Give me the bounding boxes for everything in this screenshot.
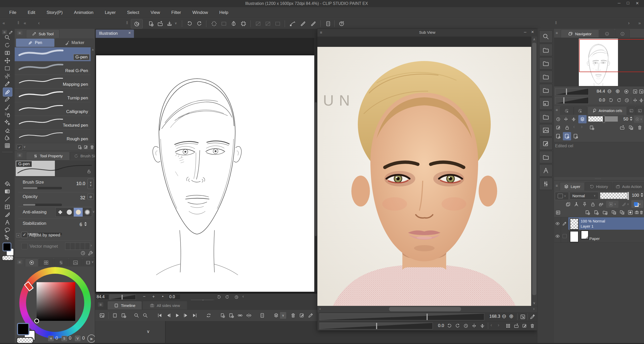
tool-blend[interactable] bbox=[4, 134, 11, 141]
sub-view-thumbnail-grid-icon[interactable] bbox=[505, 323, 511, 329]
redo-button[interactable] bbox=[195, 20, 204, 28]
menu-file[interactable]: File bbox=[4, 10, 22, 15]
tool-auto-select[interactable] bbox=[4, 73, 11, 80]
sub-view-edit-icon[interactable] bbox=[521, 323, 528, 329]
scroll-left-icon[interactable]: ‹ bbox=[319, 307, 321, 311]
tone-adjust-button[interactable] bbox=[539, 178, 553, 190]
delete-cel-icon[interactable] bbox=[290, 312, 296, 319]
subtool-panel-tab[interactable]: Sub Tool bbox=[26, 29, 60, 38]
rotate-right-icon[interactable] bbox=[224, 294, 230, 300]
layer-row-body[interactable]: 100 % Normal Layer 1 bbox=[568, 217, 644, 230]
go-to-end-icon[interactable] bbox=[191, 312, 198, 319]
canvas-vscrollbar[interactable] bbox=[314, 38, 317, 292]
crop-icon[interactable] bbox=[239, 20, 248, 28]
cels-card-tab[interactable] bbox=[627, 106, 635, 115]
save-button[interactable] bbox=[165, 20, 174, 28]
layer-opacity-value[interactable]: 100 bbox=[630, 193, 639, 198]
prev-cel-icon[interactable]: ‹ bbox=[573, 124, 575, 129]
zoom-in-icon[interactable]: + bbox=[152, 294, 155, 299]
navigator-rotate-left-icon[interactable] bbox=[608, 97, 614, 103]
layer-opacity-handle[interactable] bbox=[627, 192, 629, 200]
layer-tab[interactable]: Layer bbox=[560, 182, 584, 191]
onion-opacity-handle[interactable] bbox=[603, 116, 605, 123]
cels-replace-icon[interactable] bbox=[628, 124, 634, 131]
navigator-zoom-in-icon[interactable]: ⊕ bbox=[615, 88, 620, 94]
navigator-zoom-out-icon[interactable]: ⊖ bbox=[607, 88, 612, 94]
reference-layer-icon[interactable] bbox=[573, 201, 579, 207]
brush-size-slider[interactable] bbox=[23, 187, 62, 189]
delete-subtool-icon[interactable] bbox=[89, 144, 95, 150]
stabilization-stepper[interactable] bbox=[84, 222, 87, 226]
tool-brush[interactable] bbox=[4, 104, 11, 110]
scroll-up-icon[interactable]: ∧ bbox=[92, 48, 94, 51]
new-raster-layer-icon[interactable] bbox=[584, 209, 591, 216]
segment-box[interactable] bbox=[85, 243, 90, 250]
tool-pencil[interactable] bbox=[4, 96, 11, 103]
tool-eraser[interactable] bbox=[4, 127, 11, 134]
sub-view-photo[interactable]: U N bbox=[317, 47, 531, 306]
cels-prev-tab[interactable] bbox=[560, 106, 574, 115]
layer-opacity-stepper[interactable] bbox=[641, 193, 643, 197]
vector-magnet-checkbox[interactable] bbox=[21, 243, 28, 249]
onion-opacity-stepper[interactable] bbox=[630, 117, 632, 121]
menu-help[interactable]: Help bbox=[214, 10, 234, 15]
sub-view-reset-icon[interactable] bbox=[463, 323, 469, 329]
navigator-flip-horizontal-icon[interactable] bbox=[632, 97, 638, 103]
scroll-up-icon[interactable]: ∧ bbox=[533, 38, 536, 41]
sub-view-flip-horizontal-icon[interactable] bbox=[471, 323, 477, 329]
new-file-button[interactable] bbox=[147, 20, 155, 28]
sub-view-vscroll-thumb[interactable] bbox=[532, 43, 536, 295]
onion-skin-icon[interactable] bbox=[273, 312, 279, 319]
minimize-button[interactable]: ─ bbox=[618, 1, 621, 5]
prev-frame-icon[interactable] bbox=[165, 312, 172, 319]
go-to-start-icon[interactable] bbox=[156, 312, 163, 319]
track-dropdown-icon[interactable]: ∨ bbox=[147, 329, 150, 334]
brush-item-rough-pen[interactable]: Rough pen bbox=[15, 129, 91, 143]
dock-expand-icon[interactable]: › bbox=[628, 21, 630, 25]
navigator-view-rect[interactable] bbox=[579, 39, 644, 72]
layer-thumbnail[interactable] bbox=[570, 231, 579, 242]
new-timeline-icon[interactable] bbox=[112, 312, 118, 319]
material-pattern-button[interactable] bbox=[539, 84, 553, 96]
reset-rotation-icon[interactable] bbox=[234, 294, 239, 300]
selection-border-icon[interactable] bbox=[254, 20, 262, 28]
new-layer-folder-icon[interactable] bbox=[602, 209, 608, 216]
tool-palette-menu-icon[interactable]: ≡ bbox=[2, 30, 7, 34]
sv-picker[interactable] bbox=[34, 319, 39, 323]
sub-view-import-icon[interactable] bbox=[513, 323, 520, 329]
material-effect-button[interactable] bbox=[539, 111, 553, 123]
cels-menu-icon[interactable]: ≡ bbox=[556, 108, 558, 112]
selection-tint-icon[interactable] bbox=[264, 20, 272, 28]
segment-box[interactable] bbox=[80, 243, 85, 250]
sub-view-zoom-in-icon[interactable]: ⊕ bbox=[509, 313, 514, 319]
canvas-rotation-value[interactable]: 0.0 bbox=[169, 295, 180, 299]
sub-view-dock-tab[interactable] bbox=[599, 29, 614, 38]
approx-color-tab[interactable] bbox=[69, 259, 82, 266]
delete-layer-icon[interactable] bbox=[639, 209, 644, 216]
snap-to-special-ruler-button[interactable] bbox=[298, 19, 308, 28]
layer-list-options-icon[interactable] bbox=[555, 209, 561, 216]
sub-view-fit-icon[interactable] bbox=[519, 313, 526, 320]
cels-reset-icon[interactable] bbox=[555, 116, 561, 122]
layer-row-paper[interactable]: Paper bbox=[554, 230, 644, 243]
navigator-fit-window-icon[interactable] bbox=[638, 88, 644, 94]
tool-gradient[interactable] bbox=[4, 188, 11, 195]
brush-item-turnip-pen[interactable]: Turnip pen bbox=[15, 88, 91, 102]
adjust-by-speed-checkbox[interactable]: ✓ bbox=[21, 232, 28, 238]
transparent-swatch[interactable] bbox=[16, 337, 34, 344]
toolprop-reset-icon[interactable] bbox=[80, 250, 86, 256]
sub-view-hscroll-thumb[interactable] bbox=[389, 307, 461, 311]
onion-opacity-slider[interactable] bbox=[588, 116, 618, 122]
enable-mask-dropdown[interactable]: ∨ bbox=[606, 201, 618, 208]
toolprop-settings-icon[interactable] bbox=[87, 250, 94, 256]
document-tab[interactable]: Illustration × bbox=[96, 30, 134, 38]
material-image-button[interactable] bbox=[539, 124, 553, 136]
sub-view-rotate-right-icon[interactable] bbox=[454, 323, 461, 329]
material-edit-button[interactable] bbox=[539, 137, 553, 150]
opacity-option-button[interactable]: ⊘ bbox=[88, 194, 94, 200]
aa-none-option[interactable] bbox=[56, 208, 65, 217]
tool-operation[interactable] bbox=[4, 234, 11, 241]
sub-view-header[interactable]: ≡ Sub View ─ × bbox=[317, 29, 537, 37]
sub-view-close-icon[interactable]: × bbox=[531, 30, 534, 34]
cels-flip-horizontal-icon[interactable] bbox=[563, 116, 569, 122]
